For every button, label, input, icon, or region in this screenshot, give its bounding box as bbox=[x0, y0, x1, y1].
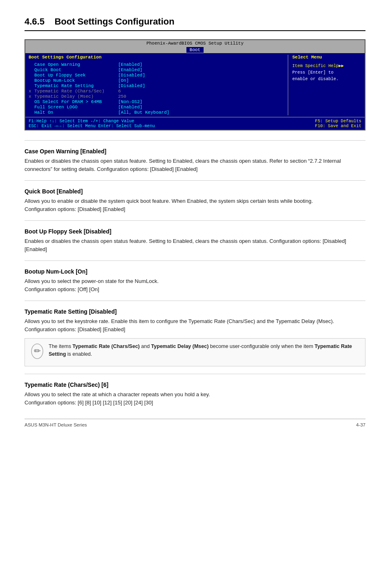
bios-footer-help: F1:Help ↑↓: Select Item -/+: Change Valu… bbox=[29, 119, 155, 123]
section-text-boot-up-floppy: Enables or disables the chassis open sta… bbox=[25, 237, 365, 253]
footer-page: 4-37 bbox=[356, 422, 365, 427]
note-text: The items Typematic Rate (Chars/Sec) and… bbox=[49, 343, 359, 358]
bios-row: Case Open Warning[Enabled] bbox=[29, 62, 288, 67]
content-sections: Case Open Warning [Enabled]Enables or di… bbox=[25, 140, 365, 406]
bios-right-panel: Select Menu Item Specific Help▶▶Press [E… bbox=[288, 55, 361, 115]
content-section-quick-boot: Quick Boot [Enabled]Allows you to enable… bbox=[25, 180, 365, 213]
subsection-title-quick-boot: Quick Boot [Enabled] bbox=[25, 188, 365, 195]
section-title-text: Boot Settings Configuration bbox=[54, 16, 174, 27]
bios-screen: Phoenix-AwardBIOS CMOS Setup Utility Boo… bbox=[25, 39, 365, 130]
bios-row: x Typematic Rate (Chars/Sec)6 bbox=[29, 89, 288, 94]
subsection-title-boot-up-floppy: Boot Up Floppy Seek [Disabled] bbox=[25, 228, 365, 235]
bios-rows: Case Open Warning[Enabled] Quick Boot[En… bbox=[29, 62, 288, 115]
section-text-case-open-warning: Enables or disables the chassis open sta… bbox=[25, 157, 365, 173]
bios-body: Boot Settings Configuration Case Open Wa… bbox=[25, 53, 365, 117]
bios-left-header: Boot Settings Configuration bbox=[29, 55, 288, 60]
subsection-title-bootup-numlock: Bootup Num-Lock [On] bbox=[25, 268, 365, 275]
bios-row: Quick Boot[Enabled] bbox=[29, 67, 288, 72]
section-title: 4.6.5 Boot Settings Configuration bbox=[25, 16, 365, 31]
bios-title-text: Phoenix-AwardBIOS CMOS Setup Utility bbox=[146, 41, 244, 46]
bios-footer-left: F1:Help ↑↓: Select Item -/+: Change Valu… bbox=[29, 119, 155, 128]
bios-row: Halt On[All, But Keyboard] bbox=[29, 110, 288, 115]
content-section-boot-up-floppy: Boot Up Floppy Seek [Disabled]Enables or… bbox=[25, 220, 365, 253]
bios-footer-right: F5: Setup Defaults F10: Save and Exit bbox=[315, 119, 361, 128]
content-section-bootup-numlock: Bootup Num-Lock [On]Allows you to select… bbox=[25, 260, 365, 293]
section-text-bootup-numlock: Allows you to select the power-on state … bbox=[25, 277, 365, 293]
bios-row: Full Screen LOGO[Enabled] bbox=[29, 105, 288, 110]
bios-right-help: Item Specific Help▶▶Press [Enter] toenab… bbox=[292, 63, 361, 82]
bios-row: x Typematic Delay (Msec)250 bbox=[29, 94, 288, 99]
content-section-case-open-warning: Case Open Warning [Enabled]Enables or di… bbox=[25, 140, 365, 173]
content-section-typematic-rate-chars: Typematic Rate (Chars/Sec) [6]Allows you… bbox=[25, 374, 365, 406]
bios-footer: F1:Help ↑↓: Select Item -/+: Change Valu… bbox=[25, 117, 365, 130]
bios-footer-esc: ESC: Exit →←-: Select Menu Enter: Select… bbox=[29, 123, 155, 128]
bios-row: Bootup Num-Lock[On] bbox=[29, 78, 288, 83]
bios-tab-bar: Boot bbox=[25, 47, 365, 53]
section-number: 4.6.5 bbox=[25, 16, 45, 27]
note-icon: ✏ bbox=[31, 343, 44, 362]
bios-left-panel: Boot Settings Configuration Case Open Wa… bbox=[29, 55, 288, 115]
svg-text:✏: ✏ bbox=[34, 346, 41, 355]
content-section-typematic-rate-setting: Typematic Rate Setting [Disabled]Allows … bbox=[25, 301, 365, 366]
subsection-title-typematic-rate-chars: Typematic Rate (Chars/Sec) [6] bbox=[25, 382, 365, 388]
bios-row: OS Select For DRAM > 64MB[Non-OS2] bbox=[29, 99, 288, 104]
subsection-title-case-open-warning: Case Open Warning [Enabled] bbox=[25, 148, 365, 155]
bios-row: Boot Up Floppy Seek[Disabled] bbox=[29, 73, 288, 78]
bios-right-header: Select Menu bbox=[292, 55, 361, 60]
section-text-typematic-rate-chars: Allows you to select the rate at which a… bbox=[25, 391, 365, 406]
bios-row: Typematic Rate Setting[Disabled] bbox=[29, 83, 288, 88]
bios-footer-f5: F5: Setup Defaults bbox=[315, 119, 361, 123]
bios-title-bar: Phoenix-AwardBIOS CMOS Setup Utility bbox=[25, 40, 365, 47]
pencil-icon: ✏ bbox=[31, 343, 44, 359]
footer-brand: ASUS M3N-HT Deluxe Series bbox=[25, 422, 87, 427]
page-footer: ASUS M3N-HT Deluxe Series 4-37 bbox=[25, 419, 365, 427]
note-box: ✏ The items Typematic Rate (Chars/Sec) a… bbox=[25, 338, 365, 366]
bios-active-tab[interactable]: Boot bbox=[186, 47, 204, 53]
section-text-quick-boot: Allows you to enable or disable the syst… bbox=[25, 197, 365, 213]
bios-footer-f10: F10: Save and Exit bbox=[315, 123, 361, 128]
subsection-title-typematic-rate-setting: Typematic Rate Setting [Disabled] bbox=[25, 308, 365, 315]
section-text-typematic-rate-setting: Allows you to set the keystroke rate. En… bbox=[25, 317, 365, 333]
